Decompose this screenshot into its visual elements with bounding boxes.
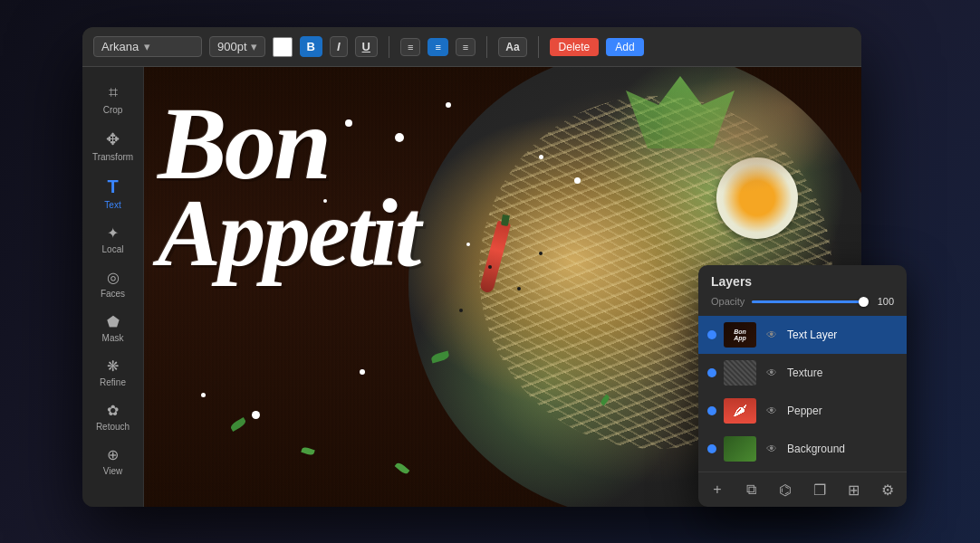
refine-icon: ❋ — [107, 357, 119, 375]
layers-panel: Layers Opacity 100 BonApp 👁 Text Layer — [698, 265, 907, 507]
separator-2 — [486, 36, 487, 58]
layer-thumb-texture — [724, 360, 756, 386]
layer-name-bg: Background — [787, 443, 898, 455]
tool-retouch[interactable]: ✿ Retouch — [87, 396, 139, 437]
font-aa-button[interactable]: Aa — [498, 37, 526, 57]
layer-row-bg[interactable]: 👁 Background — [698, 430, 907, 468]
tool-refine[interactable]: ❋ Refine — [87, 352, 139, 393]
toolbar: Arkana ▾ 900pt ▾ B I U ≡ ≡ ≡ Aa Delete A… — [82, 27, 861, 67]
layer-eye-text[interactable]: 👁 — [764, 329, 780, 341]
layer-name-pepper: Pepper — [787, 405, 898, 417]
crop-icon: ⌗ — [109, 83, 118, 102]
transform-icon: ✥ — [106, 129, 120, 149]
delete-button[interactable]: Delete — [550, 38, 600, 56]
faces-label: Faces — [101, 289, 125, 299]
text-label: Text — [104, 200, 120, 210]
group-layer-button[interactable]: ⊞ — [843, 480, 863, 500]
opacity-row: Opacity 100 — [711, 296, 894, 307]
font-size-selector[interactable]: 900pt ▾ — [209, 36, 265, 57]
left-toolbar: ⌗ Crop ✥ Transform T Text ✦ Local ◎ Fa — [82, 67, 144, 507]
opacity-fill — [752, 300, 864, 303]
pepper-dot-1 — [488, 265, 492, 269]
opacity-value: 100 — [871, 296, 894, 307]
layer-thumb-pepper: 🌶 — [724, 398, 756, 424]
layers-header: Layers Opacity 100 — [698, 265, 907, 312]
font-name-label: Arkana — [101, 40, 139, 53]
view-label: View — [103, 466, 123, 476]
layers-list: BonApp 👁 Text Layer 👁 Texture 🌶 — [698, 312, 907, 472]
tool-text[interactable]: T Text — [87, 171, 139, 215]
copy-layer-button[interactable]: ❐ — [810, 480, 830, 500]
pepper-icon: 🌶 — [733, 403, 747, 419]
splatter-9 — [360, 369, 365, 375]
layer-visibility-texture[interactable] — [707, 368, 716, 377]
layer-name-text: Text Layer — [787, 329, 898, 341]
layer-thumb-text: BonApp — [724, 322, 756, 348]
align-right-button[interactable]: ≡ — [456, 38, 476, 56]
splatter-7 — [252, 411, 260, 419]
pepper-dot-2 — [517, 287, 521, 291]
align-left-button[interactable]: ≡ — [400, 38, 420, 56]
mask-label: Mask — [102, 333, 124, 343]
retouch-icon: ✿ — [107, 402, 119, 419]
font-size-label: 900pt — [217, 40, 247, 53]
layers-title: Layers — [711, 274, 894, 289]
splatter-4 — [539, 155, 543, 159]
underline-button[interactable]: U — [355, 36, 378, 57]
text-icon: T — [107, 176, 118, 197]
tool-faces[interactable]: ◎ Faces — [87, 263, 139, 304]
opacity-thumb — [859, 297, 869, 307]
layer-name-texture: Texture — [787, 367, 898, 379]
layer-eye-texture[interactable]: 👁 — [764, 367, 780, 379]
layer-eye-bg[interactable]: 👁 — [764, 443, 780, 455]
layer-row-text[interactable]: BonApp 👁 Text Layer — [698, 316, 907, 354]
local-label: Local — [102, 244, 124, 254]
tool-local[interactable]: ✦ Local — [87, 219, 139, 260]
opacity-slider[interactable] — [752, 300, 864, 303]
settings-layer-button[interactable]: ⚙ — [878, 480, 898, 500]
add-button[interactable]: Add — [606, 38, 643, 56]
size-chevron-icon: ▾ — [251, 40, 257, 53]
layer-visibility-text[interactable] — [707, 330, 716, 339]
bold-button[interactable]: B — [300, 36, 322, 57]
duplicate-layer-button[interactable]: ⧉ — [742, 480, 762, 500]
font-selector[interactable]: Arkana ▾ — [93, 36, 202, 57]
layer-row-texture[interactable]: 👁 Texture — [698, 354, 907, 392]
retouch-label: Retouch — [96, 422, 130, 432]
tool-transform[interactable]: ✥ Transform — [87, 124, 139, 167]
local-icon: ✦ — [107, 224, 119, 242]
align-center-button[interactable]: ≡ — [428, 38, 447, 56]
font-chevron-icon: ▾ — [144, 40, 150, 53]
pepper-dot-4 — [539, 252, 543, 255]
transform-label: Transform — [92, 152, 133, 162]
color-picker[interactable] — [273, 37, 293, 57]
opacity-label: Opacity — [711, 296, 745, 307]
layers-footer: + ⧉ ⌬ ❐ ⊞ ⚙ — [698, 472, 907, 507]
layer-eye-pepper[interactable]: 👁 — [764, 405, 780, 417]
splatter-8 — [201, 393, 206, 397]
italic-button[interactable]: I — [330, 36, 348, 57]
splatter-2 — [446, 102, 451, 108]
tool-view[interactable]: ⊕ View — [87, 441, 139, 481]
faces-icon: ◎ — [107, 269, 120, 286]
separator-3 — [538, 36, 539, 58]
splatter-6 — [323, 199, 327, 203]
layer-thumb-bg — [724, 436, 756, 462]
mask-icon: ⬟ — [107, 313, 120, 330]
merge-layer-button[interactable]: ⌬ — [775, 480, 795, 500]
layer-visibility-bg[interactable] — [707, 444, 716, 453]
splatter-5 — [574, 177, 581, 184]
refine-label: Refine — [100, 377, 126, 387]
tool-mask[interactable]: ⬟ Mask — [87, 308, 139, 348]
layer-row-pepper[interactable]: 🌶 👁 Pepper — [698, 392, 907, 430]
separator-1 — [389, 36, 389, 58]
layer-visibility-pepper[interactable] — [707, 406, 716, 415]
crop-label: Crop — [103, 105, 123, 115]
add-layer-button[interactable]: + — [707, 480, 727, 500]
app-container: Arkana ▾ 900pt ▾ B I U ≡ ≡ ≡ Aa Delete A… — [55, 18, 925, 525]
view-icon: ⊕ — [107, 446, 119, 463]
tool-crop[interactable]: ⌗ Crop — [87, 78, 139, 120]
